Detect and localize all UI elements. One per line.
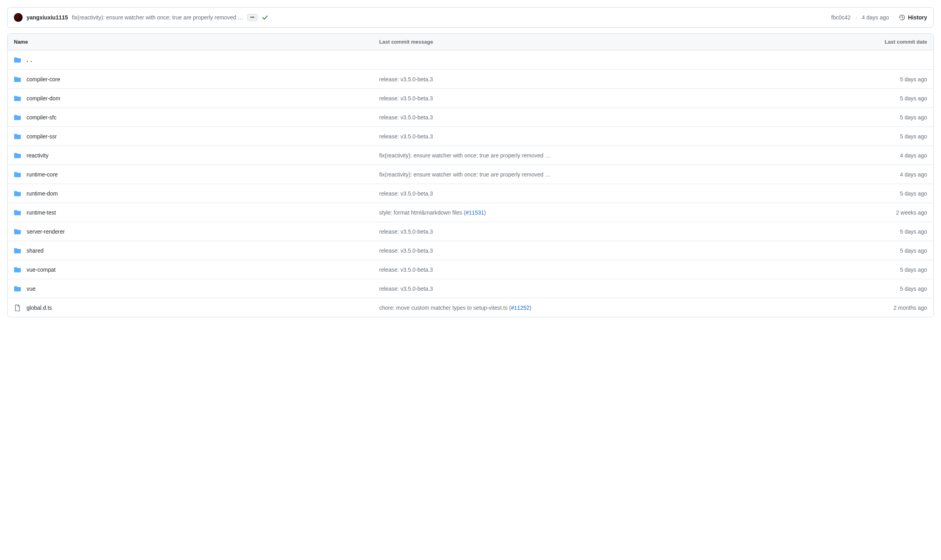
header-message: Last commit message: [379, 39, 763, 45]
parent-dir-row[interactable]: . .: [8, 50, 933, 69]
table-row: sharedrelease: v3.5.0-beta.35 days ago: [8, 241, 933, 260]
table-row: compiler-ssrrelease: v3.5.0-beta.35 days…: [8, 127, 933, 146]
parent-dir-label: . .: [27, 57, 33, 63]
check-status-icon[interactable]: [261, 14, 269, 21]
header-name: Name: [14, 39, 379, 45]
commit-message-link[interactable]: release: v3.5.0-beta.3: [379, 133, 433, 140]
folder-icon: [14, 171, 21, 178]
commit-reltime: 4 days ago: [862, 14, 889, 21]
commit-author-link[interactable]: yangxiuxiu1115: [27, 14, 68, 21]
folder-name-link[interactable]: reactivity: [27, 152, 48, 159]
commit-date: 5 days ago: [763, 228, 927, 235]
commit-message-link[interactable]: release: v3.5.0-beta.3: [379, 228, 433, 235]
file-name-link[interactable]: global.d.ts: [27, 305, 52, 311]
table-row: runtime-teststyle: format html&markdown …: [8, 203, 933, 222]
commit-sha-link[interactable]: fbc0c42: [831, 14, 851, 21]
commit-date: 5 days ago: [763, 286, 927, 292]
header-date: Last commit date: [763, 39, 927, 45]
folder-icon: [14, 56, 21, 63]
issue-link[interactable]: #11252: [511, 305, 530, 311]
table-row: server-rendererrelease: v3.5.0-beta.35 d…: [8, 222, 933, 241]
commit-message-link[interactable]: style: format html&markdown files (: [379, 209, 466, 216]
separator: ·: [855, 14, 858, 21]
commit-message-link[interactable]: release: v3.5.0-beta.3: [379, 95, 433, 102]
folder-name-link[interactable]: compiler-core: [27, 76, 60, 82]
commit-message-link[interactable]: release: v3.5.0-beta.3: [379, 114, 433, 121]
commit-date: 5 days ago: [763, 247, 927, 254]
folder-name-link[interactable]: shared: [27, 247, 44, 254]
table-row: reactivityfix(reactivity): ensure watche…: [8, 146, 933, 165]
folder-name-link[interactable]: compiler-ssr: [27, 133, 57, 140]
commit-date: 2 weeks ago: [763, 209, 927, 216]
file-icon: [14, 304, 21, 311]
history-button[interactable]: History: [899, 14, 927, 21]
folder-icon: [14, 209, 21, 216]
folder-icon: [14, 266, 21, 273]
table-row: runtime-corefix(reactivity): ensure watc…: [8, 165, 933, 184]
table-row: vuerelease: v3.5.0-beta.35 days ago: [8, 279, 933, 298]
commit-date: 5 days ago: [763, 190, 927, 197]
file-table: Name Last commit message Last commit dat…: [7, 33, 934, 317]
table-row: runtime-domrelease: v3.5.0-beta.35 days …: [8, 184, 933, 203]
commit-message-link[interactable]: release: v3.5.0-beta.3: [379, 247, 433, 254]
folder-name-link[interactable]: runtime-dom: [27, 190, 58, 197]
table-row: global.d.tschore: move custom matcher ty…: [8, 298, 933, 317]
table-row: compiler-corerelease: v3.5.0-beta.35 day…: [8, 69, 933, 88]
folder-name-link[interactable]: vue: [27, 286, 36, 292]
commit-message-link[interactable]: fix(reactivity): ensure watcher with onc…: [379, 152, 551, 159]
commit-message-link[interactable]: fix(reactivity): ensure watcher with onc…: [379, 171, 551, 178]
file-table-body: . . compiler-corerelease: v3.5.0-beta.35…: [8, 50, 933, 317]
folder-icon: [14, 285, 21, 292]
commit-message-link[interactable]: chore: move custom matcher types to setu…: [379, 305, 511, 311]
folder-icon: [14, 247, 21, 254]
commit-date: 4 days ago: [763, 171, 927, 178]
folder-icon: [14, 133, 21, 140]
commit-date: 5 days ago: [763, 76, 927, 82]
history-icon: [899, 14, 906, 21]
commit-message-link[interactable]: release: v3.5.0-beta.3: [379, 190, 433, 197]
folder-icon: [14, 228, 21, 235]
folder-icon: [14, 152, 21, 159]
folder-icon: [14, 114, 21, 121]
history-label: History: [908, 14, 927, 21]
folder-name-link[interactable]: compiler-dom: [27, 95, 60, 102]
commit-message-tail: ): [530, 305, 532, 311]
commit-message-link[interactable]: release: v3.5.0-beta.3: [379, 286, 433, 292]
commit-message-link[interactable]: fix(reactivity): ensure watcher with onc…: [72, 14, 243, 21]
commit-message-link[interactable]: release: v3.5.0-beta.3: [379, 267, 433, 273]
table-row: vue-compatrelease: v3.5.0-beta.35 days a…: [8, 260, 933, 279]
commit-date: 5 days ago: [763, 114, 927, 121]
commit-date: 2 months ago: [763, 305, 927, 311]
folder-name-link[interactable]: runtime-core: [27, 171, 58, 178]
commit-date: 5 days ago: [763, 267, 927, 273]
table-row: compiler-domrelease: v3.5.0-beta.35 days…: [8, 88, 933, 107]
folder-icon: [14, 76, 21, 83]
folder-icon: [14, 95, 21, 102]
latest-commit-bar: yangxiuxiu1115 fix(reactivity): ensure w…: [7, 7, 934, 28]
commit-date: 4 days ago: [763, 152, 927, 159]
folder-name-link[interactable]: runtime-test: [27, 209, 56, 216]
folder-name-link[interactable]: server-renderer: [27, 228, 65, 235]
folder-name-link[interactable]: vue-compat: [27, 267, 56, 273]
expand-commit-button[interactable]: •••: [247, 14, 257, 21]
table-row: compiler-sfcrelease: v3.5.0-beta.35 days…: [8, 107, 933, 127]
commit-message-link[interactable]: release: v3.5.0-beta.3: [379, 76, 433, 82]
commit-date: 5 days ago: [763, 133, 927, 140]
commit-date: 5 days ago: [763, 95, 927, 102]
file-table-header: Name Last commit message Last commit dat…: [8, 34, 933, 50]
commit-message-tail: ): [484, 209, 486, 216]
issue-link[interactable]: #11531: [466, 209, 484, 216]
folder-name-link[interactable]: compiler-sfc: [27, 114, 56, 121]
folder-icon: [14, 190, 21, 197]
avatar[interactable]: [14, 13, 23, 22]
